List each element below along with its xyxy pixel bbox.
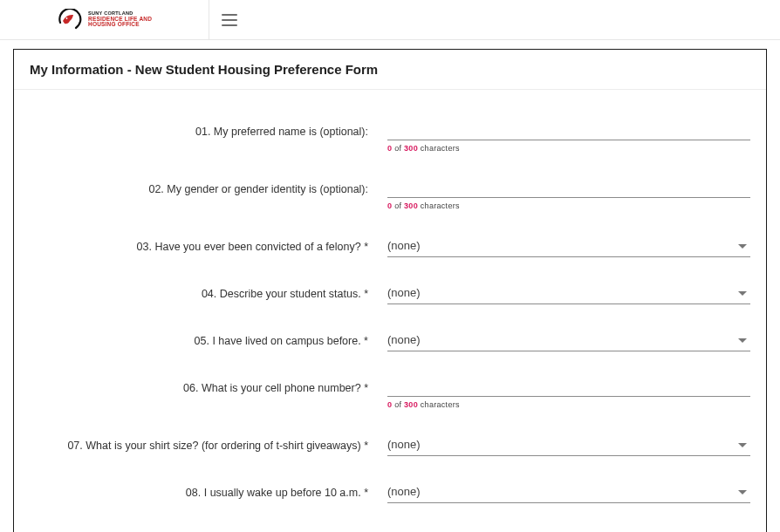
- field-row-07: 07. What is your shirt size? (for orderi…: [30, 435, 750, 456]
- chevron-down-icon: [738, 244, 747, 249]
- logo-icon: [57, 9, 83, 31]
- field-label: 05. I have lived on campus before. *: [30, 331, 387, 348]
- char-counter: 0 of 300 characters: [387, 144, 750, 153]
- page-title: My Information - New Student Housing Pre…: [14, 50, 766, 90]
- student-status-select[interactable]: (none): [387, 283, 750, 304]
- field-row-05: 05. I have lived on campus before. * (no…: [30, 331, 750, 351]
- chevron-down-icon: [738, 490, 747, 494]
- field-row-03: 03. Have you ever been convicted of a fe…: [30, 236, 750, 257]
- field-row-08: 08. I usually wake up before 10 a.m. * (…: [30, 482, 750, 503]
- chevron-down-icon: [738, 443, 747, 447]
- chevron-down-icon: [738, 291, 747, 296]
- gender-identity-input[interactable]: [387, 179, 750, 198]
- field-row-04: 04. Describe your student status. * (non…: [30, 283, 750, 304]
- field-label: 03. Have you ever been convicted of a fe…: [30, 236, 387, 254]
- wake-before-10-select[interactable]: (none): [387, 482, 750, 503]
- form-card: My Information - New Student Housing Pre…: [13, 49, 767, 532]
- logo[interactable]: SUNY CORTLAND RESIDENCE LIFE AND HOUSING…: [0, 0, 209, 40]
- lived-on-campus-select[interactable]: (none): [387, 331, 750, 351]
- svg-point-0: [66, 17, 68, 19]
- field-row-02: 02. My gender or gender identity is (opt…: [30, 179, 750, 210]
- felony-select[interactable]: (none): [387, 236, 750, 257]
- cell-phone-input[interactable]: [387, 378, 750, 397]
- field-label: 07. What is your shirt size? (for orderi…: [30, 435, 387, 453]
- field-row-01: 01. My preferred name is (optional): 0 o…: [30, 121, 750, 153]
- chevron-down-icon: [738, 338, 747, 343]
- char-counter: 0 of 300 characters: [387, 201, 750, 210]
- logo-dept-2: HOUSING OFFICE: [88, 22, 152, 28]
- field-label: 04. Describe your student status. *: [30, 283, 387, 301]
- form-body: 01. My preferred name is (optional): 0 o…: [14, 90, 766, 532]
- shirt-size-select[interactable]: (none): [387, 435, 750, 456]
- logo-text: SUNY CORTLAND RESIDENCE LIFE AND HOUSING…: [88, 11, 152, 28]
- field-label: 02. My gender or gender identity is (opt…: [30, 179, 387, 196]
- field-label: 08. I usually wake up before 10 a.m. *: [30, 482, 387, 500]
- topbar: SUNY CORTLAND RESIDENCE LIFE AND HOUSING…: [0, 0, 780, 40]
- field-label: 06. What is your cell phone number? *: [30, 378, 387, 395]
- preferred-name-input[interactable]: [387, 121, 750, 140]
- field-row-06: 06. What is your cell phone number? * 0 …: [30, 378, 750, 409]
- char-counter: 0 of 300 characters: [387, 400, 750, 409]
- menu-icon[interactable]: [222, 14, 237, 26]
- field-label: 01. My preferred name is (optional):: [30, 121, 387, 139]
